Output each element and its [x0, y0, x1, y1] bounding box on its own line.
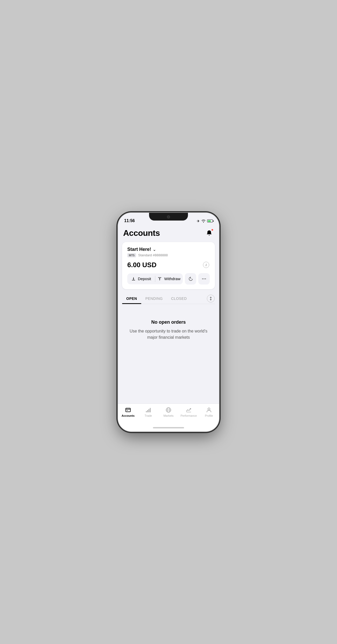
nav-item-profile[interactable]: Profile [199, 406, 219, 417]
info-icon: i [203, 262, 209, 268]
performance-nav-label: Performance [181, 414, 197, 417]
action-buttons: Deposit Withdraw [127, 273, 210, 285]
sort-icon [207, 295, 215, 302]
home-bar [153, 427, 184, 428]
withdraw-icon [157, 277, 162, 281]
markets-nav-label: Markets [163, 414, 173, 417]
bottom-nav: Accounts Trade Markets [118, 404, 219, 424]
trade-nav-label: Trade [145, 414, 152, 417]
empty-description: Use the opportunity to trade on the worl… [128, 328, 209, 341]
empty-state: No open orders Use the opportunity to tr… [118, 304, 219, 351]
deposit-withdraw-group: Deposit Withdraw [127, 273, 183, 284]
tab-pending[interactable]: PENDING [141, 293, 167, 304]
tab-closed[interactable]: CLOSED [167, 293, 191, 304]
history-button[interactable] [185, 273, 196, 285]
accounts-nav-label: Accounts [122, 414, 135, 417]
account-header: Start Here! ⌄ [127, 247, 210, 252]
notification-dot [211, 229, 213, 231]
account-meta: MT5 Standard #8888888 [127, 253, 210, 257]
header: Accounts [118, 225, 219, 240]
bell-icon [206, 230, 212, 236]
page-title: Accounts [123, 228, 160, 238]
svg-rect-4 [126, 408, 130, 412]
nav-item-accounts[interactable]: Accounts [118, 406, 138, 417]
svg-point-0 [202, 278, 203, 279]
deposit-button[interactable]: Deposit [127, 273, 155, 284]
account-card: Start Here! ⌄ MT5 Standard #8888888 6.00… [122, 242, 215, 289]
nav-item-performance[interactable]: Performance [179, 406, 199, 417]
withdraw-label: Withdraw [164, 277, 180, 281]
nav-item-trade[interactable]: Trade [138, 406, 158, 417]
svg-rect-8 [147, 410, 148, 412]
battery-icon [207, 220, 213, 222]
performance-nav-icon [186, 407, 192, 413]
balance-row: 6.00 USD i [127, 261, 210, 269]
svg-rect-7 [146, 411, 147, 412]
screen-content: Accounts Start Here! ⌄ MT5 Standard #888… [118, 225, 219, 404]
nav-item-markets[interactable]: Markets [158, 406, 179, 417]
svg-rect-10 [150, 408, 151, 412]
balance-amount: 6.00 USD [127, 261, 157, 269]
more-icon [201, 276, 207, 281]
status-time: 11:56 [124, 218, 135, 223]
svg-point-1 [203, 278, 204, 279]
sort-button[interactable] [207, 294, 215, 303]
empty-title: No open orders [151, 320, 186, 325]
profile-nav-label: Profile [205, 414, 213, 417]
deposit-label: Deposit [138, 277, 151, 281]
account-dropdown-icon[interactable]: ⌄ [153, 247, 156, 252]
status-icons: ✈ [197, 219, 213, 223]
tabs-section: OPEN PENDING CLOSED [118, 293, 219, 304]
account-type-badge: MT5 [127, 253, 136, 257]
svg-point-2 [205, 278, 206, 279]
accounts-nav-icon [125, 407, 131, 413]
deposit-icon [131, 277, 136, 281]
home-indicator [118, 424, 219, 431]
svg-rect-9 [149, 409, 149, 412]
markets-nav-icon [165, 407, 172, 413]
tabs-row: OPEN PENDING CLOSED [122, 293, 215, 304]
svg-point-15 [208, 408, 210, 410]
airplane-icon: ✈ [197, 219, 200, 223]
account-number: Standard #8888888 [138, 253, 168, 257]
history-icon [188, 276, 193, 281]
more-options-button[interactable] [198, 273, 210, 285]
notification-bell-button[interactable] [205, 228, 214, 238]
withdraw-button[interactable]: Withdraw [155, 273, 183, 284]
wifi-icon [201, 220, 206, 223]
trade-nav-icon [145, 407, 151, 413]
tab-open[interactable]: OPEN [122, 293, 141, 304]
profile-nav-icon [206, 407, 212, 413]
balance-info-button[interactable]: i [202, 261, 210, 268]
account-name: Start Here! [127, 247, 151, 252]
